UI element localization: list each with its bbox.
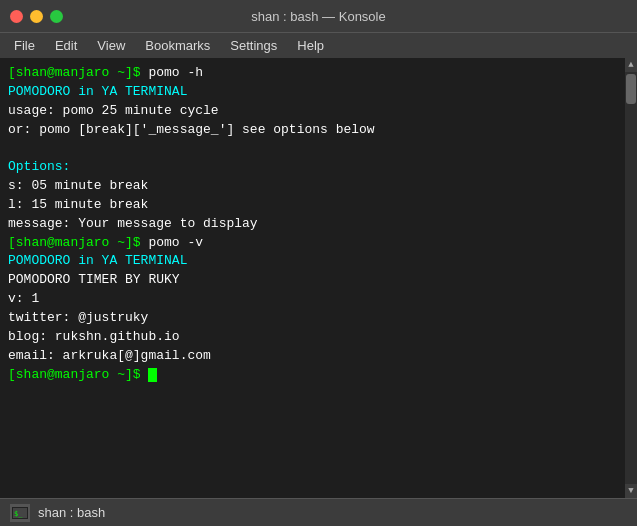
output-7: s: 05 minute break <box>8 178 148 193</box>
svg-text:$_: $_ <box>14 510 23 518</box>
output-6: Options: <box>8 159 70 174</box>
terminal-line-17: [shan@manjaro ~]$ <box>8 366 617 385</box>
output-15: blog: rukshn.github.io <box>8 329 180 344</box>
maximize-button[interactable] <box>50 10 63 23</box>
output-13: v: 1 <box>8 291 39 306</box>
output-11: POMODORO in YA TERMINAL <box>8 253 187 268</box>
terminal-line-4: or: pomo [break]['_message_'] see option… <box>8 121 617 140</box>
prompt-1: [shan@manjaro ~]$ <box>8 65 148 80</box>
menu-edit[interactable]: Edit <box>45 36 87 55</box>
output-16: email: arkruka[@]gmail.com <box>8 348 211 363</box>
menu-view[interactable]: View <box>87 36 135 55</box>
terminal-wrapper: [shan@manjaro ~]$ pomo -h POMODORO in YA… <box>0 58 637 498</box>
terminal-line-3: usage: pomo 25 minute cycle <box>8 102 617 121</box>
menu-help[interactable]: Help <box>287 36 334 55</box>
terminal-line-8: l: 15 minute break <box>8 196 617 215</box>
scrollbar[interactable]: ▲ ▼ <box>625 58 637 498</box>
terminal-line-6: Options: <box>8 158 617 177</box>
cmd-1: pomo -h <box>148 65 203 80</box>
terminal-line-15: blog: rukshn.github.io <box>8 328 617 347</box>
cursor <box>148 368 157 382</box>
window: shan : bash — Konsole File Edit View Boo… <box>0 0 637 526</box>
scroll-up-arrow[interactable]: ▲ <box>625 58 637 72</box>
terminal-line-12: POMODORO TIMER BY RUKY <box>8 271 617 290</box>
prompt-10: [shan@manjaro ~]$ <box>8 235 148 250</box>
output-9: message: Your message to display <box>8 216 258 231</box>
status-title: shan : bash <box>38 505 105 520</box>
status-bar: $_ shan : bash <box>0 498 637 526</box>
scroll-thumb[interactable] <box>626 74 636 104</box>
output-4: or: pomo [break]['_message_'] see option… <box>8 122 375 137</box>
title-bar: shan : bash — Konsole <box>0 0 637 32</box>
prompt-17: [shan@manjaro ~]$ <box>8 367 148 382</box>
terminal-line-16: email: arkruka[@]gmail.com <box>8 347 617 366</box>
terminal[interactable]: [shan@manjaro ~]$ pomo -h POMODORO in YA… <box>0 58 625 498</box>
scroll-track[interactable] <box>625 72 637 484</box>
close-button[interactable] <box>10 10 23 23</box>
menu-file[interactable]: File <box>4 36 45 55</box>
scroll-down-arrow[interactable]: ▼ <box>625 484 637 498</box>
terminal-line-11: POMODORO in YA TERMINAL <box>8 252 617 271</box>
output-3: usage: pomo 25 minute cycle <box>8 103 219 118</box>
terminal-line-1: [shan@manjaro ~]$ pomo -h <box>8 64 617 83</box>
window-controls <box>10 10 63 23</box>
terminal-line-5 <box>8 139 617 158</box>
menu-bookmarks[interactable]: Bookmarks <box>135 36 220 55</box>
terminal-line-10: [shan@manjaro ~]$ pomo -v <box>8 234 617 253</box>
output-2: POMODORO in YA TERMINAL <box>8 84 187 99</box>
cmd-10: pomo -v <box>148 235 203 250</box>
terminal-icon: $_ <box>10 504 30 522</box>
window-title: shan : bash — Konsole <box>251 9 385 24</box>
terminal-line-13: v: 1 <box>8 290 617 309</box>
minimize-button[interactable] <box>30 10 43 23</box>
menu-bar: File Edit View Bookmarks Settings Help <box>0 32 637 58</box>
output-8: l: 15 minute break <box>8 197 148 212</box>
menu-settings[interactable]: Settings <box>220 36 287 55</box>
output-14: twitter: @justruky <box>8 310 148 325</box>
terminal-line-7: s: 05 minute break <box>8 177 617 196</box>
terminal-line-14: twitter: @justruky <box>8 309 617 328</box>
terminal-line-2: POMODORO in YA TERMINAL <box>8 83 617 102</box>
terminal-line-9: message: Your message to display <box>8 215 617 234</box>
output-12: POMODORO TIMER BY RUKY <box>8 272 180 287</box>
